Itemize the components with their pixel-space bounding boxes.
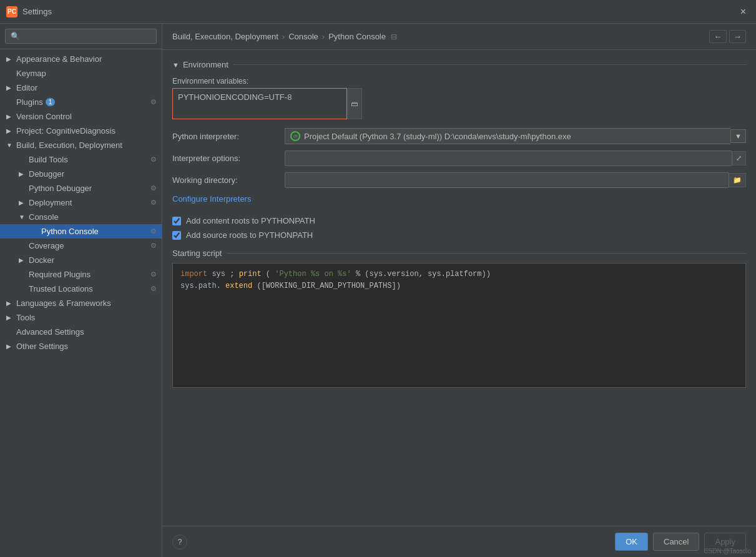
interpreter-text: Project Default (Python 3.7 (study-ml)) …: [304, 132, 571, 141]
sidebar-arrow-appearance: ▶: [6, 56, 14, 62]
script-line-2: sys.path. extend ([WORKING_DIR_AND_PYTHO…: [180, 280, 738, 292]
sidebar-label-languages: Languages & Frameworks: [16, 298, 111, 308]
configure-interpreters-link[interactable]: Configure Interpreters: [172, 194, 251, 204]
settings-icon-required-plugins[interactable]: ⚙: [150, 270, 157, 278]
settings-icon-python-debugger[interactable]: ⚙: [150, 184, 157, 192]
sidebar-label-build-exec: Build, Execution, Deployment: [16, 140, 122, 150]
add-content-roots-label: Add content roots to PYTHONPATH: [186, 216, 315, 225]
sidebar-label-keymap: Keymap: [16, 69, 46, 78]
sidebar-item-project[interactable]: ▶Project: CognitiveDiagnosis: [0, 124, 162, 138]
interpreter-control: ⟳ Project Default (Python 3.7 (study-ml)…: [285, 128, 746, 144]
print-func: print: [239, 270, 262, 278]
interpreter-options-expand-button[interactable]: ⤢: [732, 151, 746, 165]
sidebar-item-languages[interactable]: ▶Languages & Frameworks: [0, 296, 162, 310]
sidebar-item-docker[interactable]: ▶Docker: [0, 253, 162, 267]
env-vars-copy-button[interactable]: 🗃: [347, 88, 362, 119]
add-source-roots-checkbox[interactable]: [172, 231, 181, 240]
add-content-roots-checkbox[interactable]: [172, 217, 181, 225]
env-vars-box[interactable]: PYTHONIOENCODING=UTF-8: [172, 88, 347, 119]
settings-icon-python-console[interactable]: ⚙: [150, 227, 157, 235]
breadcrumb: Build, Execution, Deployment › Console ›…: [162, 24, 756, 50]
sidebar-label-editor: Editor: [16, 83, 37, 92]
main-panel: Build, Execution, Deployment › Console ›…: [162, 24, 756, 557]
working-dir-control: 📁: [285, 172, 746, 188]
configure-interpreters-wrap: Configure Interpreters: [172, 194, 746, 210]
sidebar-arrow-editor: ▶: [6, 84, 14, 91]
environment-label: Environment: [183, 60, 228, 69]
env-vars-section: Environment variables: PYTHONIOENCODING=…: [172, 77, 746, 119]
close-button[interactable]: ×: [737, 5, 750, 19]
sidebar-label-python-debugger: Python Debugger: [29, 184, 92, 193]
add-content-roots-row: Add content roots to PYTHONPATH: [172, 216, 746, 225]
sidebar-item-console[interactable]: ▼Console: [0, 210, 162, 224]
interpreter-label: Python interpreter:: [172, 132, 285, 141]
sidebar-label-plugins: Plugins: [16, 97, 43, 107]
import-keyword: import: [180, 270, 207, 278]
environment-section-header: ▼ Environment: [172, 60, 746, 69]
sidebar-item-editor[interactable]: ▶Editor: [0, 81, 162, 95]
sidebar-item-tools[interactable]: ▶Tools: [0, 310, 162, 325]
sidebar-item-required-plugins[interactable]: Required Plugins⚙: [0, 267, 162, 282]
settings-icon-deployment[interactable]: ⚙: [150, 199, 157, 207]
sidebar-item-plugins[interactable]: Plugins1⚙: [0, 95, 162, 109]
env-vars-container: PYTHONIOENCODING=UTF-8 🗃: [172, 88, 746, 119]
settings-icon-coverage[interactable]: ⚙: [150, 242, 157, 250]
script-line-1: import sys ; print ( 'Python %s on %s' %…: [180, 269, 738, 280]
sidebar-label-project: Project: CognitiveDiagnosis: [16, 126, 115, 136]
sidebar-label-advanced-settings: Advanced Settings: [16, 327, 84, 337]
sidebar-arrow-console: ▼: [19, 214, 26, 220]
cancel-button[interactable]: Cancel: [653, 533, 699, 551]
sidebar-item-build-exec[interactable]: ▼Build, Execution, Deployment: [0, 138, 162, 152]
interpreter-options-input[interactable]: [285, 150, 732, 166]
search-input[interactable]: [5, 29, 157, 44]
interpreter-value-display[interactable]: ⟳ Project Default (Python 3.7 (study-ml)…: [285, 128, 730, 144]
sidebar-item-other-settings[interactable]: ▶Other Settings: [0, 339, 162, 353]
settings-icon-trusted-locations[interactable]: ⚙: [150, 285, 157, 293]
sidebar-label-build-tools: Build Tools: [29, 155, 68, 164]
ok-button[interactable]: OK: [615, 533, 648, 551]
sidebar-item-keymap[interactable]: Keymap: [0, 66, 162, 81]
nav-forward-button[interactable]: →: [729, 30, 746, 43]
sidebar-item-python-debugger[interactable]: Python Debugger⚙: [0, 181, 162, 195]
breadcrumb-sep2: ›: [322, 32, 325, 41]
sidebar-item-trusted-locations[interactable]: Trusted Locations⚙: [0, 282, 162, 296]
interpreter-dropdown-button[interactable]: ▼: [730, 129, 746, 143]
sidebar-item-appearance[interactable]: ▶Appearance & Behavior: [0, 52, 162, 66]
title-bar: PC Settings ×: [0, 0, 756, 24]
sidebar-label-other-settings: Other Settings: [16, 342, 68, 351]
environment-toggle[interactable]: ▼: [172, 61, 179, 69]
help-button[interactable]: ?: [172, 535, 187, 550]
footer-left: ?: [172, 535, 187, 550]
settings-icon-build-tools[interactable]: ⚙: [150, 155, 157, 164]
interpreter-options-label: Interpreter options:: [172, 154, 285, 163]
app-icon: PC: [6, 6, 17, 17]
env-vars-label: Environment variables:: [172, 77, 746, 86]
starting-script-area[interactable]: import sys ; print ( 'Python %s on %s' %…: [172, 263, 746, 388]
breadcrumb-part2: Console: [288, 32, 318, 41]
interpreter-options-control: ⤢: [285, 150, 746, 166]
sidebar-item-coverage[interactable]: Coverage⚙: [0, 239, 162, 253]
sidebar-item-version-control[interactable]: ▶Version Control: [0, 109, 162, 124]
interpreter-options-row: Interpreter options: ⤢: [172, 150, 746, 166]
bookmark-icon[interactable]: ⊟: [391, 32, 397, 41]
main-content: ▶Appearance & BehaviorKeymap▶EditorPlugi…: [0, 24, 756, 557]
nav-back-button[interactable]: ←: [709, 30, 726, 43]
sidebar-item-debugger[interactable]: ▶Debugger: [0, 167, 162, 181]
sidebar-item-python-console[interactable]: Python Console⚙: [0, 224, 162, 239]
format-string: 'Python %s on %s': [275, 270, 351, 278]
sidebar-item-build-tools[interactable]: Build Tools⚙: [0, 152, 162, 167]
sidebar-arrow-languages: ▶: [6, 300, 14, 307]
env-vars-value: PYTHONIOENCODING=UTF-8: [178, 92, 292, 102]
plugins-gear-icon[interactable]: ⚙: [150, 98, 157, 106]
sidebar-item-advanced-settings[interactable]: Advanced Settings: [0, 325, 162, 339]
section-divider: [233, 64, 746, 65]
sidebar-badge-plugins: 1: [46, 98, 56, 106]
interpreter-row: Python interpreter: ⟳ Project Default (P…: [172, 128, 746, 144]
breadcrumb-sep1: ›: [282, 32, 285, 41]
working-dir-browse-button[interactable]: 📁: [729, 173, 746, 187]
sidebar-item-deployment[interactable]: ▶Deployment⚙: [0, 195, 162, 210]
sidebar-tree: ▶Appearance & BehaviorKeymap▶EditorPlugi…: [0, 49, 162, 557]
sidebar-label-coverage: Coverage: [29, 241, 64, 250]
sidebar-label-trusted-locations: Trusted Locations: [29, 284, 93, 293]
working-dir-input[interactable]: [285, 172, 729, 188]
